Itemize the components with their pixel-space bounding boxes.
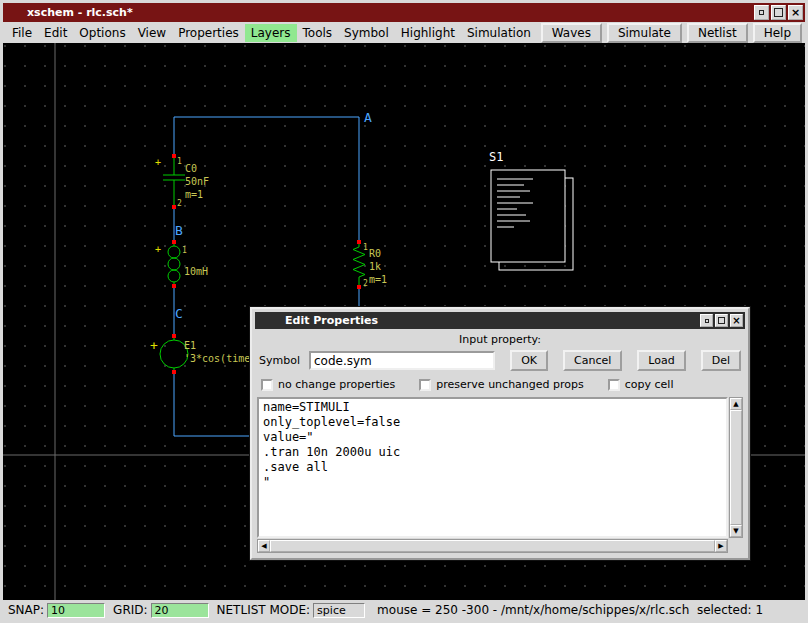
menu-tools[interactable]: Tools	[297, 24, 339, 42]
scrollbar-corner	[728, 539, 743, 553]
dialog-close-button[interactable]: ×	[730, 314, 743, 327]
node-label-a[interactable]: A	[364, 110, 372, 125]
titlebar[interactable]: xschem - rlc.sch* ×	[3, 3, 805, 22]
resistor-pin1: 1	[363, 243, 368, 252]
scroll-right-button[interactable]: ▶	[715, 540, 727, 552]
minimize-button[interactable]	[754, 5, 769, 20]
menubar: File Edit Options View Properties Layers…	[3, 22, 805, 43]
arrow-down-icon: ▼	[733, 528, 738, 535]
maximize-button[interactable]	[771, 5, 786, 20]
no-change-properties-checkbox[interactable]	[261, 379, 273, 391]
capacitor-plus-mark: +	[155, 157, 161, 168]
vertical-scroll-thumb[interactable]	[730, 410, 742, 525]
input-property-label: Input property:	[255, 329, 745, 348]
preserve-unchanged-props-option: preserve unchanged props	[419, 378, 583, 391]
netlist-mode-label: NETLIST MODE:	[217, 603, 311, 617]
dialog-window-controls: ×	[700, 314, 743, 327]
cancel-button[interactable]: Cancel	[563, 350, 622, 371]
symbol-input[interactable]	[309, 351, 495, 370]
waves-button[interactable]: Waves	[541, 23, 602, 43]
property-editor: name=STIMULI only_toplevel=false value="…	[255, 395, 745, 555]
netlist-mode-input[interactable]	[313, 603, 365, 618]
minimize-icon	[705, 319, 709, 323]
source-plus-mark: +	[150, 338, 158, 353]
symbol-row: Symbol OK Cancel Load Del	[255, 348, 745, 373]
load-button[interactable]: Load	[637, 350, 685, 371]
dialog-minimize-button[interactable]	[700, 314, 713, 327]
dialog-maximize-button[interactable]	[715, 314, 728, 327]
preserve-unchanged-props-checkbox[interactable]	[419, 379, 431, 391]
vertical-scrollbar[interactable]: ▲ ▼	[729, 397, 743, 538]
arrow-up-icon: ▲	[733, 401, 738, 408]
source-name: E1	[184, 340, 196, 351]
xschem-window: xschem - rlc.sch* × File Edit Options Vi…	[0, 0, 808, 623]
copy-cell-checkbox[interactable]	[608, 379, 620, 391]
inductor-pin1: 1	[182, 246, 187, 255]
horizontal-scroll-thumb[interactable]	[270, 540, 715, 552]
menu-action-buttons: Waves Simulate Netlist Help	[541, 23, 802, 43]
capacitor-pin2: 2	[177, 199, 182, 208]
close-button[interactable]: ×	[788, 5, 803, 20]
schematic-canvas[interactable]: A B C + 1 2 C0 50nF m=1 + 1 10mH	[3, 43, 805, 600]
code-block-name: S1	[489, 150, 503, 164]
capacitor-symbol[interactable]: + 1 2 C0 50nF m=1	[155, 156, 209, 208]
capacitor-value: 50nF	[185, 176, 209, 187]
menu-view[interactable]: View	[132, 24, 172, 42]
snap-input[interactable]	[47, 603, 105, 618]
grid-input[interactable]	[151, 603, 209, 618]
menu-edit[interactable]: Edit	[38, 24, 73, 42]
capacitor-pin1: 1	[177, 157, 182, 166]
scroll-left-button[interactable]: ◀	[258, 540, 270, 552]
dialog-title: Edit Properties	[285, 314, 378, 327]
statusbar: SNAP: GRID: NETLIST MODE: mouse = 250 -3…	[3, 600, 805, 620]
menu-properties[interactable]: Properties	[172, 24, 245, 42]
dialog-titlebar[interactable]: Edit Properties ×	[255, 312, 745, 329]
capacitor-name: C0	[185, 163, 197, 174]
ok-button[interactable]: OK	[510, 350, 548, 371]
resistor-symbol[interactable]: 1 2 R0 1k m=1	[353, 242, 387, 288]
no-change-properties-label: no change properties	[278, 378, 395, 391]
maximize-icon	[718, 317, 725, 324]
copy-cell-option: copy cell	[608, 378, 674, 391]
del-button[interactable]: Del	[701, 350, 741, 371]
close-icon: ×	[732, 316, 740, 326]
menu-simulation[interactable]: Simulation	[461, 24, 537, 42]
menu-highlight[interactable]: Highlight	[395, 24, 461, 42]
snap-label: SNAP:	[8, 603, 44, 617]
property-textarea[interactable]: name=STIMULI only_toplevel=false value="…	[257, 397, 728, 538]
symbol-label: Symbol	[259, 354, 300, 367]
menu-options[interactable]: Options	[73, 24, 131, 42]
code-block-symbol[interactable]: S1	[489, 150, 573, 270]
inductor-plus-mark: +	[155, 244, 161, 255]
checkbox-row: no change properties preserve unchanged …	[255, 373, 745, 395]
scroll-down-button[interactable]: ▼	[730, 525, 742, 537]
resistor-pin2: 2	[363, 279, 368, 288]
node-label-c[interactable]: C	[175, 306, 183, 321]
resistor-name: R0	[369, 248, 381, 259]
arrow-left-icon: ◀	[261, 543, 266, 550]
resistor-mult: m=1	[369, 274, 387, 285]
netlist-button[interactable]: Netlist	[687, 23, 748, 43]
minimize-icon	[759, 10, 764, 15]
edit-properties-dialog: Edit Properties × Input property: Symbol…	[250, 307, 750, 560]
capacitor-mult: m=1	[185, 189, 203, 200]
inductor-value: 10mH	[184, 266, 208, 277]
node-label-b[interactable]: B	[175, 223, 183, 238]
copy-cell-label: copy cell	[625, 378, 674, 391]
window-controls: ×	[754, 5, 803, 20]
menu-layers[interactable]: Layers	[245, 24, 297, 42]
inductor-symbol[interactable]: + 1 10mH	[155, 242, 208, 286]
maximize-icon	[774, 8, 783, 17]
no-change-properties-option: no change properties	[261, 378, 395, 391]
menu-file[interactable]: File	[6, 24, 38, 42]
status-info: mouse = 250 -300 - /mnt/x/home/schippes/…	[377, 603, 763, 617]
menu-symbol[interactable]: Symbol	[338, 24, 395, 42]
scroll-up-button[interactable]: ▲	[730, 398, 742, 410]
window-title: xschem - rlc.sch*	[27, 6, 133, 19]
resistor-value: 1k	[369, 261, 381, 272]
close-icon: ×	[791, 7, 800, 18]
simulate-button[interactable]: Simulate	[607, 23, 682, 43]
horizontal-scrollbar[interactable]: ◀ ▶	[257, 539, 728, 553]
arrow-right-icon: ▶	[718, 543, 723, 550]
help-button[interactable]: Help	[753, 23, 802, 43]
